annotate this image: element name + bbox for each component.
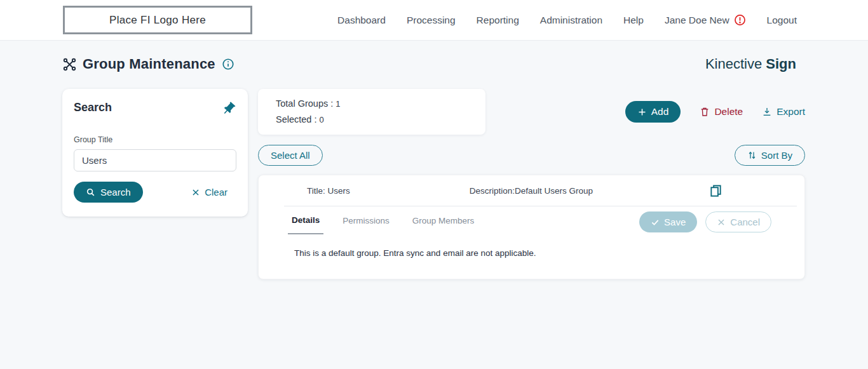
close-icon [717, 218, 726, 227]
tab-permissions[interactable]: Permissions [339, 216, 393, 234]
total-groups-value: 1 [336, 99, 340, 109]
cancel-button[interactable]: Cancel [705, 211, 771, 232]
download-icon [762, 107, 772, 117]
group-description: Description:Default Users Group [470, 186, 593, 196]
check-icon [651, 218, 660, 227]
select-all-button[interactable]: Select All [258, 145, 323, 166]
trash-icon [700, 107, 710, 117]
selected-line: Selected : 0 [276, 112, 468, 128]
warning-icon [734, 14, 746, 26]
group-row-card: Title: Users Description:Default Users G… [258, 175, 805, 279]
page-title-row: Group Maintenance Kinective Sign [0, 41, 868, 72]
info-icon[interactable] [222, 58, 234, 70]
add-button[interactable]: Add [625, 101, 681, 123]
total-groups-line: Total Groups : 1 [276, 96, 468, 112]
nav-processing[interactable]: Processing [407, 15, 456, 26]
copy-icon[interactable] [709, 184, 723, 198]
search-button[interactable]: Search [74, 182, 143, 203]
selected-value: 0 [320, 115, 324, 124]
pin-icon[interactable] [221, 101, 236, 116]
content-area: Search Group Title Search Clear [0, 72, 868, 279]
totals-card: Total Groups : 1 Selected : 0 [258, 89, 485, 135]
plus-icon [637, 107, 647, 117]
export-button[interactable]: Export [762, 106, 805, 117]
delete-button[interactable]: Delete [700, 106, 743, 117]
group-details-text: This is a default group. Entra sync and … [259, 235, 804, 279]
sort-arrows-icon [747, 151, 757, 160]
group-tabs-row: Details Permissions Group Members Save [259, 206, 804, 235]
search-panel-title: Search [74, 101, 112, 114]
fi-logo-text: Place FI Logo Here [109, 14, 206, 27]
top-header: Place FI Logo Here Dashboard Processing … [0, 0, 868, 41]
close-icon [191, 188, 200, 197]
nav-user-menu[interactable]: Jane Doe New [665, 14, 746, 26]
group-row-header[interactable]: Title: Users Description:Default Users G… [259, 175, 804, 206]
group-title-input[interactable] [74, 149, 236, 171]
nav-reporting[interactable]: Reporting [477, 15, 519, 26]
clear-button[interactable]: Clear [191, 187, 227, 198]
brand-product: Sign [766, 56, 796, 72]
nav-help[interactable]: Help [623, 15, 644, 26]
page-title: Group Maintenance [83, 56, 215, 72]
search-panel: Search Group Title Search Clear [62, 89, 248, 217]
results-column: Total Groups : 1 Selected : 0 Add [258, 89, 805, 279]
search-icon [86, 187, 95, 197]
nav-logout[interactable]: Logout [767, 15, 797, 26]
tools-icon [62, 57, 77, 72]
nav-dashboard[interactable]: Dashboard [337, 15, 386, 26]
tab-details[interactable]: Details [288, 215, 323, 234]
fi-logo-placeholder: Place FI Logo Here [63, 6, 252, 34]
group-title: Title: Users [307, 186, 350, 196]
brand-logo: Kinective Sign [705, 56, 796, 72]
brand-name: Kinective [705, 56, 762, 72]
main-nav: Dashboard Processing Reporting Administr… [337, 14, 797, 26]
save-button[interactable]: Save [639, 211, 697, 232]
tab-group-members[interactable]: Group Members [409, 216, 478, 234]
group-title-label: Group Title [74, 135, 236, 144]
sort-by-button[interactable]: Sort By [735, 145, 805, 166]
nav-administration[interactable]: Administration [540, 15, 602, 26]
